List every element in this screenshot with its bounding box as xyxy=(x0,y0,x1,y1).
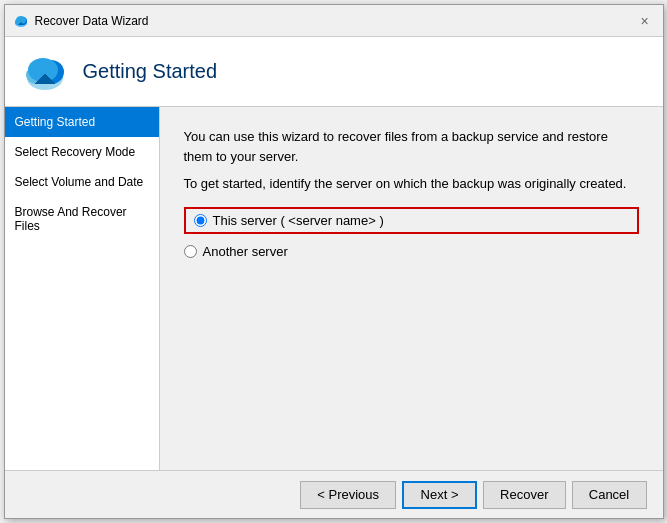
sidebar-item-select-recovery-mode[interactable]: Select Recovery Mode xyxy=(5,137,159,167)
window-title: Recover Data Wizard xyxy=(35,14,149,28)
close-button[interactable]: × xyxy=(635,11,655,31)
header-bar: Getting Started xyxy=(5,37,663,107)
svg-rect-8 xyxy=(42,76,48,84)
sidebar: Getting Started Select Recovery Mode Sel… xyxy=(5,107,160,470)
wizard-window: Recover Data Wizard × Getting Started Ge… xyxy=(4,4,664,519)
page-title: Getting Started xyxy=(83,60,218,83)
footer: < Previous Next > Recover Cancel xyxy=(5,470,663,518)
header-icon xyxy=(21,48,69,96)
this-server-label[interactable]: This server ( <server name> ) xyxy=(213,213,384,228)
intro-text-line2: To get started, identify the server on w… xyxy=(184,176,639,191)
content-area: Getting Started Select Recovery Mode Sel… xyxy=(5,107,663,470)
recover-button[interactable]: Recover xyxy=(483,481,565,509)
next-button[interactable]: Next > xyxy=(402,481,477,509)
this-server-radio[interactable] xyxy=(194,214,207,227)
another-server-radio[interactable] xyxy=(184,245,197,258)
intro-text-line1: You can use this wizard to recover files… xyxy=(184,127,639,166)
this-server-option[interactable]: This server ( <server name> ) xyxy=(184,207,639,234)
app-icon xyxy=(13,13,29,29)
sidebar-item-getting-started[interactable]: Getting Started xyxy=(5,107,159,137)
previous-button[interactable]: < Previous xyxy=(300,481,396,509)
main-panel: You can use this wizard to recover files… xyxy=(160,107,663,470)
sidebar-item-select-volume-date[interactable]: Select Volume and Date xyxy=(5,167,159,197)
cancel-button[interactable]: Cancel xyxy=(572,481,647,509)
title-bar-left: Recover Data Wizard xyxy=(13,13,149,29)
sidebar-item-browse-recover[interactable]: Browse And Recover Files xyxy=(5,197,159,241)
title-bar: Recover Data Wizard × xyxy=(5,5,663,37)
another-server-option[interactable]: Another server xyxy=(184,244,639,259)
server-options: This server ( <server name> ) Another se… xyxy=(184,207,639,259)
another-server-label[interactable]: Another server xyxy=(203,244,288,259)
